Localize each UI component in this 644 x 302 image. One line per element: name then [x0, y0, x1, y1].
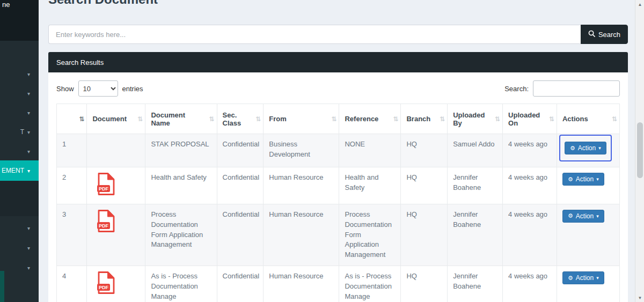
cell-document: [87, 134, 145, 167]
show-label: Show: [56, 85, 74, 93]
chevron-down-icon: ▾: [27, 168, 30, 174]
results-table: ⇅ Document⇅ Document Name⇅ Sec. Class⇅ F…: [56, 104, 620, 302]
chevron-down-icon: ▾: [596, 275, 599, 281]
sort-icon[interactable]: ⇅: [612, 115, 617, 123]
cell-document: PDF: [87, 266, 145, 302]
scrollbar-thumb[interactable]: [637, 122, 643, 178]
table-header-row: ⇅ Document⇅ Document Name⇅ Sec. Class⇅ F…: [57, 104, 620, 134]
sidebar-item-9[interactable]: ▾: [0, 258, 39, 277]
sidebar-item-1[interactable]: ▾: [0, 64, 39, 84]
cell-document-name: Process Documentation Form Application M…: [145, 204, 217, 266]
sidebar-item-4[interactable]: T ▾: [0, 122, 39, 142]
cell-from: Human Resource: [264, 204, 339, 266]
cell-document: PDF: [87, 204, 145, 266]
scroll-up-button[interactable]: ▲: [635, 0, 644, 9]
col-header-uploaded-by[interactable]: Uploaded By⇅: [448, 104, 503, 134]
sort-icon[interactable]: ⇅: [440, 115, 445, 123]
cell-uploaded-on: 4 weeks ago: [503, 266, 557, 302]
main-content: Search Document Search Search Results Sh…: [39, 0, 644, 302]
panel-header: Search Results: [48, 52, 628, 72]
col-header-actions[interactable]: Actions⇅: [557, 104, 619, 134]
sidebar-item-3[interactable]: ▾: [0, 103, 39, 122]
cell-document: PDF: [87, 167, 145, 204]
chevron-down-icon: ▾: [27, 129, 30, 135]
cell-uploaded-by: Jennifer Boahene: [448, 167, 503, 204]
action-button[interactable]: ⚙ Action ▾: [562, 173, 604, 186]
chevron-down-icon: ▾: [596, 176, 599, 182]
sort-icon[interactable]: ⇅: [549, 115, 554, 123]
col-header-sec-class[interactable]: Sec. Class⇅: [217, 104, 264, 134]
sidebar-item-7[interactable]: ▾: [0, 218, 39, 238]
sidebar-item-label: T: [20, 128, 24, 136]
table-filter-control: Search:: [504, 80, 620, 97]
action-button[interactable]: ⚙ Action ▾: [562, 210, 604, 223]
search-button-label: Search: [598, 31, 620, 39]
vertical-scrollbar[interactable]: ▲ ▼: [635, 0, 644, 302]
cell-uploaded-by: Jennifer Boahene: [448, 266, 503, 302]
cell-from: Human Resource: [264, 266, 339, 302]
cell-sec-class: Confidential: [217, 134, 264, 167]
cogs-icon: ⚙: [568, 212, 573, 219]
col-header-branch[interactable]: Branch⇅: [401, 104, 448, 134]
sidebar-item-management-active[interactable]: EMENT ▾: [0, 160, 39, 181]
action-button[interactable]: ⚙ Action ▾: [565, 142, 606, 154]
page-title: Search Document: [48, 0, 158, 7]
focus-highlight-box: ⚙ Action ▾: [559, 135, 612, 161]
col-header-document[interactable]: Document⇅: [87, 104, 145, 134]
sidebar-item-2[interactable]: ▾: [0, 84, 39, 103]
chevron-down-icon: ▾: [27, 225, 30, 231]
sort-icon[interactable]: ⇅: [331, 115, 336, 123]
sidebar-item-5[interactable]: ▾: [0, 142, 39, 161]
page-size-select[interactable]: 10: [78, 80, 118, 97]
cell-uploaded-on: 4 weeks ago: [503, 167, 557, 204]
sort-icon[interactable]: ⇅: [79, 115, 84, 123]
col-header-reference[interactable]: Reference⇅: [339, 104, 401, 134]
sort-icon[interactable]: ⇅: [393, 115, 398, 123]
cogs-icon: ⚙: [568, 176, 573, 183]
entries-label: entries: [122, 85, 143, 93]
logo-text-fragment: ne: [2, 1, 10, 9]
pdf-icon: PDF: [97, 271, 115, 297]
table-row: 3 PDF Process Documentation Form Applica…: [57, 204, 620, 266]
cell-sec-class: Confidential: [217, 167, 264, 204]
scroll-down-button[interactable]: ▼: [635, 293, 644, 302]
cell-from: Human Resource: [264, 167, 339, 204]
cell-branch: HQ: [401, 204, 448, 266]
keyword-search-input[interactable]: [48, 25, 581, 44]
search-button[interactable]: Search: [581, 25, 628, 44]
cell-reference: Health and Safety: [339, 167, 401, 204]
cell-document-name: As is - Process Documentation Manage Ret…: [145, 266, 217, 302]
cell-branch: HQ: [401, 134, 448, 167]
col-header-document-name[interactable]: Document Name⇅: [145, 104, 217, 134]
table-row: 1 STAK PROPOSAL Confidential Business De…: [57, 134, 620, 167]
sort-icon[interactable]: ⇅: [209, 115, 214, 123]
sidebar-item-8[interactable]: ▾: [0, 238, 39, 257]
cell-reference: NONE: [339, 134, 401, 167]
col-header-uploaded-on[interactable]: Uploaded On⇅: [503, 104, 557, 134]
cell-reference: Process Documentation Form Application M…: [339, 204, 401, 266]
chevron-down-icon: ▾: [598, 145, 601, 151]
sidebar-item-label: EMENT: [2, 167, 24, 174]
cell-actions: ⚙ Action ▾: [557, 266, 619, 302]
cell-reference: As is - Process Documentation Manage Rec…: [339, 266, 401, 302]
cell-branch: HQ: [401, 266, 448, 302]
cell-index: 4: [57, 266, 87, 302]
keyword-search-bar: Search: [48, 25, 628, 44]
table-filter-input[interactable]: [533, 80, 620, 97]
sidebar: ne ▾ ▾ ▾ T ▾ ▾ EMENT ▾ ▾ ▾ ▾: [0, 0, 39, 302]
cell-sec-class: Confidential: [217, 204, 264, 266]
sort-icon[interactable]: ⇅: [495, 115, 500, 123]
cell-actions: ⚙ Action ▾: [557, 204, 619, 266]
filter-search-label: Search:: [504, 85, 529, 93]
col-header-index[interactable]: ⇅: [57, 104, 87, 134]
svg-text:PDF: PDF: [99, 223, 109, 229]
sort-icon[interactable]: ⇅: [255, 115, 261, 123]
cell-branch: HQ: [401, 167, 448, 204]
cell-actions: ⚙ Action ▾: [557, 167, 619, 204]
cell-actions: ⚙ Action ▾: [557, 134, 619, 167]
chevron-down-icon: ▾: [27, 265, 30, 271]
col-header-from[interactable]: From⇅: [264, 104, 339, 134]
svg-text:PDF: PDF: [99, 285, 109, 290]
action-button[interactable]: ⚙ Action ▾: [562, 271, 604, 284]
sort-icon[interactable]: ⇅: [137, 115, 143, 123]
